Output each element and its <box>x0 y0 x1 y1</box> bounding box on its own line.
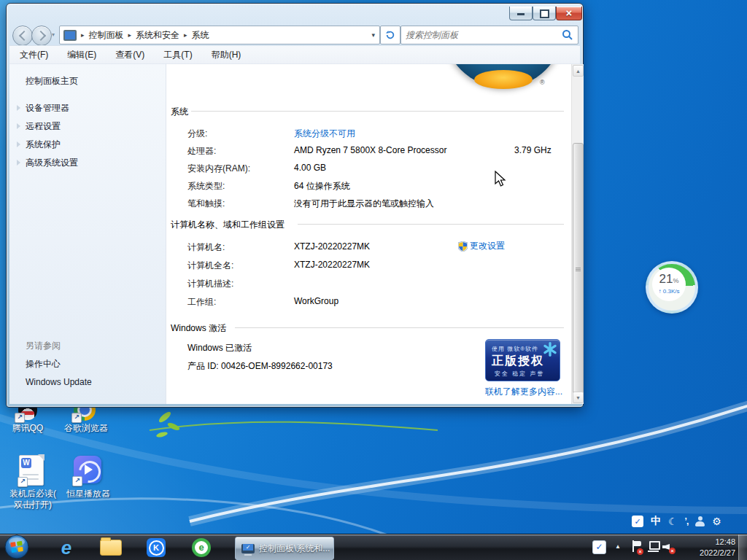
ie-icon <box>61 537 71 559</box>
section-rule <box>191 111 564 112</box>
control-panel-icon <box>63 30 77 41</box>
system-type-label: 系统类型: <box>187 180 225 192</box>
cpu-speed: 3.79 GHz <box>514 145 551 155</box>
network-icon[interactable] <box>648 541 659 552</box>
sidebar-item-home[interactable]: 控制面板主页 <box>26 75 78 88</box>
gauge-upload-speed: 0.3K/s <box>652 288 686 295</box>
full-name-label: 计算机全名: <box>187 260 233 272</box>
menu-bar: 文件(F) 编辑(E) 查看(V) 工具(T) 帮助(H) <box>9 45 580 64</box>
system-properties-window: 控制面板 系统和安全 系统 文件(F) 编辑(E) 查看(V) 工具 <box>6 3 584 408</box>
address-dropdown-icon[interactable] <box>371 31 379 39</box>
volume-muted-icon[interactable] <box>662 541 674 553</box>
task-bullet-icon <box>17 105 20 111</box>
see-also-header: 另请参阅 <box>26 340 61 352</box>
sidebar-item-device-manager[interactable]: 设备管理器 <box>26 102 69 114</box>
taskbar-item-browser-360[interactable] <box>190 537 212 558</box>
desktop-icon-label[interactable]: 恒星播放器 <box>57 489 120 499</box>
active-task-label: 控制面板\系统和... <box>259 542 330 555</box>
sidebar-item-remote-settings[interactable]: 远程设置 <box>26 120 61 133</box>
computer-name-value: XTZJ-20220227MK <box>294 241 370 252</box>
search-input[interactable] <box>401 30 562 40</box>
show-desktop-button[interactable] <box>738 534 747 560</box>
genuine-star-icon <box>543 342 557 357</box>
back-button[interactable] <box>12 26 33 46</box>
pen-touch-value: 没有可用于此显示器的笔或触控输入 <box>294 198 434 210</box>
green-browser-icon <box>192 538 211 557</box>
learn-more-link[interactable]: 联机了解更多内容... <box>485 386 562 398</box>
rating-link[interactable]: 系统分级不可用 <box>294 128 355 140</box>
taskbar-item-ie[interactable] <box>55 537 77 558</box>
ime-language-mode[interactable]: 中 <box>651 515 661 528</box>
desktop-icon-label[interactable]: 谷歌浏览器 <box>58 423 114 434</box>
taskbar-item-explorer[interactable] <box>100 537 122 558</box>
section-title-computer: 计算机名称、域和工作组设置 <box>171 219 285 231</box>
computer-name-label: 计算机名: <box>187 241 225 254</box>
trademark-symbol: ® <box>540 79 545 86</box>
shortcut-arrow-icon <box>18 477 28 487</box>
badge-line3: 安全 稳定 声誉 <box>495 370 544 378</box>
desktop-icon-readme[interactable] <box>19 455 44 487</box>
scroll-down-button[interactable] <box>573 392 584 403</box>
vertical-scrollbar[interactable] <box>571 64 584 404</box>
recent-pages-dropdown[interactable] <box>52 31 55 38</box>
fullwidth-moon-icon[interactable] <box>668 516 678 527</box>
sidebar-item-system-protection[interactable]: 系统保护 <box>26 139 61 151</box>
genuine-software-badge[interactable]: 使用 微软®软件 正版授权 安全 稳定 声誉 <box>485 339 560 381</box>
close-button[interactable] <box>556 7 582 20</box>
minimize-button[interactable] <box>509 7 533 20</box>
menu-file[interactable]: 文件(F) <box>20 49 48 61</box>
show-hidden-icons-button[interactable] <box>615 543 621 550</box>
search-box[interactable] <box>400 26 578 44</box>
taskbar: 控制面板\系统和... 12:48 2022/2/27 <box>0 534 747 560</box>
network-base-shape <box>648 551 659 552</box>
forward-button[interactable] <box>31 26 52 46</box>
search-icon[interactable] <box>562 29 573 41</box>
desktop-icon-label[interactable]: 腾讯QQ <box>1 423 54 434</box>
ime-status-icon[interactable] <box>632 516 643 527</box>
ime-settings-icon[interactable] <box>712 516 721 527</box>
error-badge-icon <box>637 548 643 555</box>
refresh-button[interactable] <box>380 26 400 44</box>
description-label: 计算机描述: <box>187 278 233 290</box>
active-task-button[interactable]: 控制面板\系统和... <box>235 537 334 560</box>
breadcrumb-item-control-panel[interactable]: 控制面板 <box>86 29 127 42</box>
clock-date: 2022/2/27 <box>680 548 735 559</box>
breadcrumb-item-system-security[interactable]: 系统和安全 <box>133 29 182 42</box>
menu-help[interactable]: 帮助(H) <box>212 49 241 61</box>
menu-tools[interactable]: 工具(T) <box>163 49 192 61</box>
full-name-value: XTZJ-20220227MK <box>294 260 370 270</box>
activation-status: Windows 已激活 <box>187 342 252 354</box>
folder-icon <box>100 540 122 556</box>
desktop-icon-label[interactable]: 装机后必读( 双击打开) <box>0 489 66 510</box>
tray-security-icon[interactable] <box>592 540 606 554</box>
start-button[interactable] <box>3 533 31 560</box>
sidebar-item-windows-update[interactable]: Windows Update <box>26 377 92 387</box>
windows-orb-logo <box>444 64 563 88</box>
windows-start-icon <box>3 533 31 560</box>
breadcrumb-item-system[interactable]: 系统 <box>189 29 212 42</box>
action-center-flag-icon[interactable] <box>632 540 642 553</box>
menu-view[interactable]: 查看(V) <box>115 49 144 61</box>
change-settings-label[interactable]: 更改设置 <box>470 240 505 252</box>
shortcut-arrow-icon <box>72 476 82 486</box>
punctuation-icon[interactable] <box>685 516 689 526</box>
gauge-face: 21% 0.3K/s <box>652 268 686 301</box>
maximize-button[interactable] <box>533 7 556 20</box>
scroll-up-button[interactable] <box>573 65 584 77</box>
desktop-icon-player[interactable] <box>74 456 103 486</box>
thumb-grip <box>573 268 583 271</box>
clock[interactable]: 12:48 2022/2/27 <box>680 537 735 559</box>
change-settings-link[interactable]: 更改设置 <box>458 240 505 252</box>
menu-edit[interactable]: 编辑(E) <box>67 49 96 61</box>
breadcrumb[interactable]: 控制面板 系统和安全 系统 <box>59 26 380 44</box>
sidebar-item-action-center[interactable]: 操作中心 <box>26 358 61 370</box>
scrollbar-thumb[interactable] <box>573 143 584 398</box>
taskbar-item-k-app[interactable] <box>145 537 167 558</box>
document-fold-shape <box>38 454 44 461</box>
speed-gauge-widget[interactable]: 21% 0.3K/s <box>646 261 698 314</box>
user-icon[interactable] <box>695 516 705 526</box>
minimize-glyph <box>517 13 525 15</box>
wps-w-icon <box>21 458 31 468</box>
gauge-percent: 21% <box>652 272 686 288</box>
sidebar-item-advanced-settings[interactable]: 高级系统设置 <box>26 157 78 169</box>
